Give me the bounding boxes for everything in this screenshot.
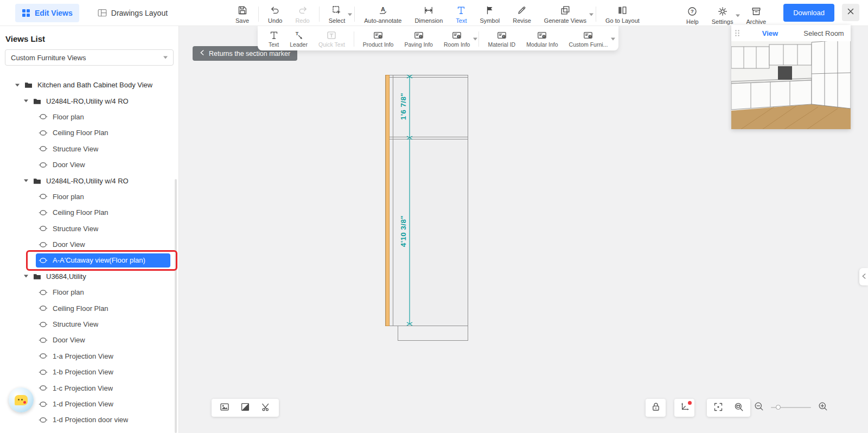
tool-label: Auto-annotate [364,17,401,24]
expander-caret-icon[interactable] [13,84,22,87]
image-export-button[interactable] [214,399,235,417]
tool-redo: Redo [289,5,316,24]
tree-folder[interactable]: U2484L-RO,Utility w/4 RO [0,93,178,109]
mask-button[interactable] [235,399,256,417]
svg-text:?: ? [691,8,694,14]
tree-view-item[interactable]: Floor plan [0,284,178,300]
tool-leader[interactable]: TLeader [284,30,313,48]
tool-go-to-layout[interactable]: Go to Layout [599,5,646,24]
section-cut-button[interactable] [256,399,276,417]
tab-drawings-layout[interactable]: Drawings Layout [91,4,174,22]
chevron-down-icon[interactable] [589,9,593,18]
info-card-icon: i [452,30,462,40]
expander-caret-icon[interactable] [22,275,30,278]
zoom-in-button[interactable] [818,402,828,413]
tree-view-item[interactable]: 1-b Projection View [0,364,178,380]
panel-collapse-button[interactable] [859,268,868,285]
tool-label: Redo [295,17,309,24]
preview-tab-view[interactable]: View [743,29,797,37]
close-button[interactable] [842,4,859,21]
toolbar-divider [354,7,355,22]
chevron-down-icon[interactable] [348,9,352,18]
axis-toggle-button[interactable] [674,399,694,417]
tree-item-label: 1-c Projection View [53,384,113,392]
tool-text-annotation[interactable]: Text [263,30,284,48]
tree-view-item[interactable]: Structure View [0,141,178,157]
support-chat-button[interactable] [9,387,34,412]
tree-view-item[interactable]: Structure View [0,221,178,237]
select-icon [332,5,342,16]
tree-item-content: 1-d Projection View [36,397,170,411]
dimension-icon [424,5,433,16]
zoom-out-button[interactable] [754,402,764,413]
view-icon [39,209,48,216]
expander-caret-icon[interactable] [22,99,30,103]
zoom-window-button[interactable] [729,399,749,417]
tree-view-item[interactable]: Ceiling Floor Plan [0,205,178,220]
tool-text[interactable]: Text [449,5,473,24]
views-filter-value: Custom Furniture Views [11,54,86,62]
tree-view-item[interactable]: Ceiling Floor Plan [0,125,178,141]
tool-dimension[interactable]: Dimension [408,5,449,24]
tool-room-info[interactable]: iRoom Info [438,30,475,48]
tool-custom-furniture[interactable]: iCustom Furni... [564,30,614,48]
chevron-down-icon[interactable] [473,33,477,43]
cabinet-elevation-drawing[interactable]: 1'6 7/8" 4'10 3/8" [380,72,472,346]
tree-view-item[interactable]: Ceiling Floor Plan [0,300,178,316]
tree-folder[interactable]: U2484L-RO,Utility w/4 RO [0,173,178,188]
tree-view-item[interactable]: Door View [0,237,178,252]
views-filter-select[interactable]: Custom Furniture Views [5,49,174,66]
tree-view-item[interactable]: Door View [0,332,178,348]
tool-archive[interactable]: Archive [739,6,773,25]
tree-view-item[interactable]: A-A'Cutaway view(Floor plan) [0,252,178,268]
tree-item-label: U2484L-RO,Utility w/4 RO [46,177,129,185]
drag-handle-icon[interactable] [731,29,743,37]
folder-icon [33,177,41,184]
tool-symbol[interactable]: Symbol [474,5,507,24]
tree-view-item[interactable]: Structure View [0,316,178,332]
tree-view-item[interactable]: 1-d Projection door view [0,412,178,428]
download-button[interactable]: Download [783,4,834,22]
svg-text:i: i [544,35,544,38]
toolbar-divider [258,7,259,22]
tree-item-content: Ceiling Floor Plan [36,301,170,315]
chevron-down-icon[interactable] [611,33,615,43]
fit-view-button[interactable] [708,399,729,417]
tree-folder[interactable]: U3684,Utility [0,269,178,284]
views-tree: Kitchen and Bath Cabinet Body ViewU2484L… [0,77,178,428]
tool-settings[interactable]: Settings [705,6,740,25]
tool-material-id[interactable]: iMaterial ID [482,30,521,48]
tool-label: Custom Furni... [569,41,608,48]
tool-label: Room Info [444,41,470,48]
lock-button[interactable] [646,399,666,417]
tool-undo[interactable]: Undo [261,5,289,24]
zoom-slider[interactable] [771,407,811,408]
archive-icon [751,6,761,17]
tree-item-content: Door View [36,158,170,172]
preview-tab-select-room[interactable]: Select Room [797,29,851,37]
tree-view-item[interactable]: Floor plan [0,109,178,125]
grid-icon [22,9,30,17]
tree-view-item[interactable]: 1-a Projection View [0,348,178,364]
tool-revise[interactable]: Revise [506,5,538,24]
tool-auto-annotate[interactable]: AAuto-annotate [358,5,408,24]
tree-folder[interactable]: Kitchen and Bath Cabinet Body View [0,77,178,93]
view-icon [39,337,48,343]
tool-select[interactable]: Select [322,5,352,24]
sidebar-scrollbar[interactable] [175,179,177,433]
zoom-slider-handle[interactable] [776,405,781,410]
tree-view-item[interactable]: Floor plan [0,189,178,205]
expander-caret-icon[interactable] [22,179,30,182]
tool-save[interactable]: Save [229,5,256,24]
tool-help[interactable]: ?Help [680,6,705,25]
tab-edit-views[interactable]: Edit Views [15,4,79,22]
tool-generate-views[interactable]: Generate Views [538,5,593,24]
tool-paving-info[interactable]: iPaving Info [399,30,438,48]
view-icon [39,401,48,407]
tool-product-info[interactable]: iProduct Info [358,30,399,48]
tool-modular-info[interactable]: iModular Info [521,30,563,48]
room-preview-render[interactable] [731,41,851,129]
tool-label: Undo [268,17,282,24]
tool-label: Save [235,17,249,24]
tree-view-item[interactable]: Door View [0,157,178,173]
